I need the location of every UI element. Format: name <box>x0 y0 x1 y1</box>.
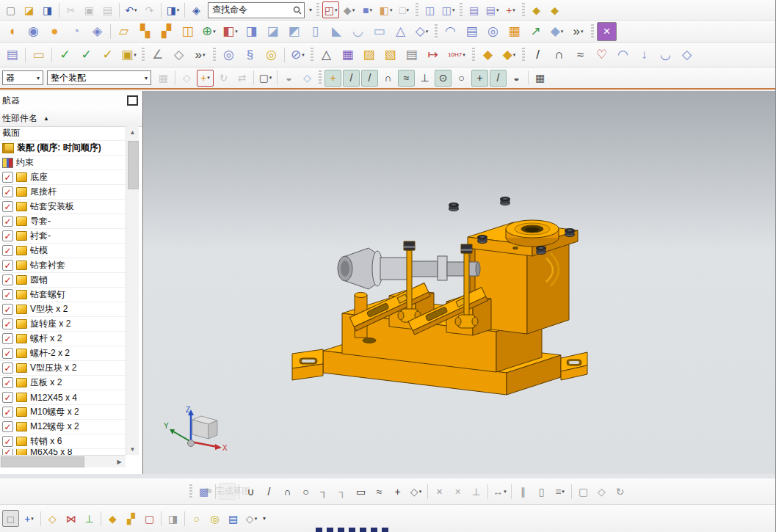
swept-icon[interactable]: ◈ <box>87 22 107 41</box>
type-filter-combo[interactable]: 器▾ <box>2 70 43 85</box>
pattern-feature-icon[interactable]: ▚ <box>135 22 155 41</box>
panel-float-button[interactable] <box>127 95 138 106</box>
component-checkbox[interactable]: ✓ <box>2 172 13 183</box>
dimension-brush-icon[interactable]: ↦ <box>423 45 443 65</box>
subtract-icon[interactable]: ◨ <box>242 22 261 41</box>
snap-quadrant-icon[interactable]: ⊥ <box>416 70 433 87</box>
window-part-icon[interactable]: ◈ <box>188 1 205 18</box>
component-checkbox[interactable]: ✓ <box>2 274 13 285</box>
pattern-geometry-icon[interactable]: ▞ <box>156 22 176 41</box>
pyramid-icon[interactable]: △ <box>391 22 410 41</box>
split-body-icon[interactable]: ◩ <box>284 22 304 41</box>
tree-item[interactable]: ✓导套- <box>0 214 126 229</box>
sketch-arc-icon[interactable]: ∩ <box>279 483 296 500</box>
primitive-icon[interactable]: ◇▾ <box>412 22 432 41</box>
lock-icon[interactable]: ◆ <box>478 45 498 65</box>
component-checkbox[interactable]: ✓ <box>2 201 13 212</box>
chain-ring-icon[interactable]: ○ <box>188 510 205 527</box>
orient-view-icon[interactable]: ◆▾ <box>341 1 358 18</box>
component-checkbox[interactable]: ✓ <box>2 186 13 197</box>
search-icon[interactable] <box>293 6 302 15</box>
wave-geometry-linker-icon[interactable]: ◨ <box>164 510 181 527</box>
snap-spline-pole-icon[interactable]: ≈ <box>398 70 415 87</box>
boolean-unite-icon[interactable]: ⊕▾ <box>199 22 219 41</box>
component-checkbox[interactable]: ✓ <box>2 245 13 256</box>
surface-curve-icon[interactable]: ◠ <box>613 45 633 65</box>
display-constraints-icon[interactable]: ≡▾ <box>551 483 568 500</box>
tree-vertical-scrollbar[interactable]: ▲ ▼ <box>126 126 139 455</box>
verify-body-icon[interactable]: ✓ <box>98 45 117 65</box>
tree-item[interactable]: ✓钻套衬套 <box>0 258 126 273</box>
snap-curve-point-icon[interactable]: ∩ <box>380 70 396 87</box>
note-icon[interactable]: ▭ <box>29 45 48 65</box>
suppress-component-icon[interactable]: ▢ <box>141 510 158 527</box>
scope-combo-arrow[interactable]: ▾ <box>145 75 148 81</box>
quick-trim-icon[interactable]: × <box>431 483 448 500</box>
snap-midpoint-icon[interactable]: / <box>361 70 378 87</box>
navigator-list-icon[interactable]: ▤ <box>2 45 22 65</box>
sheet-metal-flange-icon[interactable]: ◇ <box>169 45 189 65</box>
point-icon[interactable]: + <box>389 483 406 500</box>
tree-item[interactable]: ✓钻模 <box>0 244 126 258</box>
save-as-icon[interactable]: ◨▾ <box>164 1 181 18</box>
quick-extend-icon[interactable]: × <box>449 483 466 500</box>
project-curve-icon[interactable]: ↓ <box>634 45 654 65</box>
tree-item[interactable]: 约束 <box>0 156 126 170</box>
grid-snap-icon[interactable]: ▦ <box>532 70 548 87</box>
vertical-scroll-thumb[interactable] <box>128 141 139 189</box>
simple-interference-icon[interactable]: ✓ <box>76 45 96 65</box>
scroll-down-arrow[interactable]: ▼ <box>126 443 139 455</box>
snap-point-icon[interactable]: + <box>324 70 341 87</box>
ruled-surface-icon[interactable]: ◠ <box>440 22 460 41</box>
arc-icon[interactable]: ∩ <box>549 45 569 65</box>
search-dropdown-arrow[interactable]: ▾ <box>309 7 312 13</box>
show-dof-icon[interactable]: ⊥ <box>81 510 98 527</box>
tree-item[interactable]: ✓底座 <box>0 170 126 185</box>
mirror-feature-icon[interactable]: ◫ <box>178 22 197 41</box>
component-checkbox[interactable]: ✓ <box>2 260 13 271</box>
revolve-icon[interactable]: ◖ <box>2 22 22 41</box>
draft-icon[interactable]: ◣ <box>327 22 347 41</box>
lock-2-icon[interactable]: ◆▾ <box>499 45 519 65</box>
3d-viewport[interactable]: Z X Y <box>143 91 776 474</box>
open-folder-icon[interactable]: ◪ <box>21 1 37 18</box>
tree-item[interactable]: ✓M6X45 x 8 <box>0 449 126 455</box>
tree-item[interactable]: ✓圆销 <box>0 273 126 288</box>
orient-sketch-icon[interactable]: ◇ <box>593 483 610 500</box>
tree-item[interactable]: ✓M10螺母 x 2 <box>0 405 126 420</box>
component-checkbox[interactable]: ✓ <box>2 348 13 359</box>
component-checkbox[interactable]: ✓ <box>2 304 13 315</box>
component-checkbox[interactable]: ✓ <box>2 333 13 344</box>
component-checkbox[interactable]: ✓ <box>2 289 13 300</box>
trim-sheet-icon[interactable]: ◪ <box>263 22 283 41</box>
component-checkbox[interactable]: ✓ <box>2 362 13 374</box>
line-icon[interactable]: / <box>528 45 548 65</box>
tree-item[interactable]: ✓钻套安装板 <box>0 200 126 214</box>
snap-circle-icon[interactable]: ○ <box>453 70 470 87</box>
overflow-more-icon[interactable]: »▾ <box>568 22 588 41</box>
component-checkbox[interactable]: ✓ <box>2 449 13 455</box>
studio-spline-icon[interactable]: ≈ <box>570 45 590 65</box>
assembly-constraints-icon[interactable]: ⋈ <box>62 510 79 527</box>
command-finder-input[interactable] <box>211 4 293 16</box>
snap-endpoint-icon[interactable]: / <box>343 70 360 87</box>
csys-icon[interactable]: +▾ <box>502 1 519 18</box>
component-checkbox[interactable]: ✓ <box>2 436 13 447</box>
transparent-cube-icon[interactable]: ◇ <box>299 70 316 87</box>
tree-item[interactable]: ✓尾接杆 <box>0 185 126 200</box>
highlight-hat-icon[interactable]: ◒ <box>280 70 297 87</box>
folder-circles-icon[interactable]: ▧ <box>380 45 400 65</box>
sheet-metal-bend-icon[interactable]: ∠ <box>148 45 167 65</box>
tree-item[interactable]: ✓M12螺母 x 2 <box>0 420 126 434</box>
rectangle-icon[interactable]: ▭ <box>352 483 369 500</box>
tree-item[interactable]: 截面 <box>0 126 126 141</box>
datum-plane-icon[interactable]: ▱ <box>114 22 134 41</box>
snap-center-icon[interactable]: ⊙ <box>435 70 452 87</box>
tree-item[interactable]: ✓M12X45 x 4 <box>0 390 126 405</box>
document-icon[interactable]: ▤ <box>402 45 421 65</box>
curve-on-surface-icon[interactable]: ↗ <box>526 22 545 41</box>
fit-view-icon[interactable]: ◰▾ <box>322 1 339 18</box>
blank-view-icon[interactable]: □▾ <box>396 1 413 18</box>
snap-point-on-face-icon[interactable]: ◒ <box>508 70 525 87</box>
tree-item[interactable]: ✓压板 x 2 <box>0 376 126 390</box>
